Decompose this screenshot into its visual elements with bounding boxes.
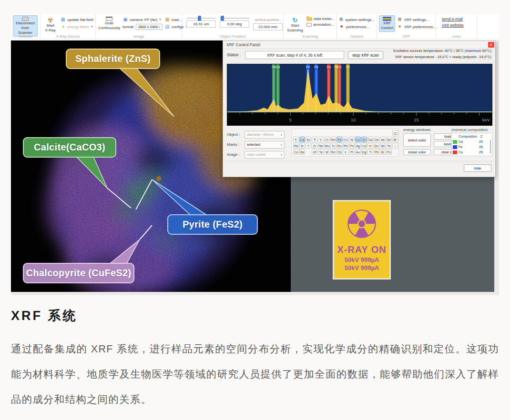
element-as[interactable]: As	[380, 137, 386, 142]
camera-select[interactable]: ▣ camera: FP (far) ▼	[122, 17, 163, 22]
element-hg[interactable]: Hg	[361, 149, 367, 155]
element-hf[interactable]: Hf	[312, 149, 317, 155]
load-icon: ▦	[164, 17, 170, 22]
element-cs[interactable]: Cs	[293, 149, 299, 155]
element-y[interactable]: Y	[306, 143, 311, 149]
start-xray-button[interactable]: ☢ Start X-Ray	[42, 15, 58, 34]
element-tc[interactable]: Tc	[330, 143, 336, 149]
status-value-box: XRF scan, step 4 of 4, 36 s left	[245, 51, 344, 59]
image-mode-select[interactable]: color coded∨	[245, 151, 285, 159]
element-cu[interactable]: Cu	[355, 137, 361, 142]
xrf-preferences-button[interactable]: ♥ XRF preferences...	[397, 24, 436, 30]
element-au[interactable]: Au	[355, 149, 361, 155]
focus-slider-thumb[interactable]	[198, 16, 201, 21]
element-cd[interactable]: Cd	[361, 143, 367, 149]
data-folder-button[interactable]: data folder...	[306, 17, 335, 21]
disconnect-from-scanner-button[interactable]: Disconnect from Scanner	[13, 15, 38, 37]
element-ni[interactable]: Ni	[349, 137, 355, 142]
rotation-slider[interactable]	[220, 18, 249, 19]
element-pt[interactable]: Pt	[349, 149, 355, 155]
element-cr[interactable]: Cr	[324, 137, 330, 142]
select-color-button[interactable]: select color	[403, 133, 431, 147]
send-email-link[interactable]: send e-mail	[442, 17, 475, 21]
sphalerite-label: Sphalerite (ZnS)	[66, 49, 160, 69]
close-icon[interactable]: ×	[488, 42, 494, 48]
element-v[interactable]: V	[318, 137, 324, 142]
excitation-temperature-text: Excitation sources temperature: 40°C / 3…	[393, 48, 491, 54]
element-zr[interactable]: Zr	[312, 143, 317, 149]
erase-color-button[interactable]: erase color	[403, 149, 431, 155]
element-sr[interactable]: Sr	[299, 143, 305, 149]
element-ag[interactable]: Ag	[355, 143, 361, 149]
element-nb[interactable]: Nb	[318, 143, 324, 149]
svg-text:Fe: Fe	[306, 65, 310, 69]
start-scanning-button[interactable]: ↻ Start Scanning	[286, 15, 305, 34]
marks-select[interactable]: selected∨	[245, 141, 285, 149]
element-cl[interactable]: Cl	[392, 130, 398, 136]
stop-xrf-scan-button[interactable]: stop XRF scan	[348, 51, 383, 59]
gear-icon: ⚙	[397, 17, 403, 22]
focus-slider[interactable]	[186, 18, 216, 19]
element-zn[interactable]: Zn	[361, 137, 367, 142]
composition-row-cu: Cu29	[453, 150, 488, 155]
focus-value-box[interactable]: 16.91 um	[186, 20, 216, 28]
energy-filters-icon: ◑	[60, 24, 66, 30]
xray-on-warning-sign: X-RAY ON 50kV 999µA 50kV 999µA	[333, 200, 391, 280]
element-ga[interactable]: Ga	[367, 137, 373, 142]
element-bi[interactable]: Bi	[380, 149, 386, 155]
element-sn[interactable]: Sn	[374, 143, 379, 149]
element-rh[interactable]: Rh	[343, 143, 348, 149]
article-section: XRF 系统 通过配备集成的 XRF 系统，进行样品元素的空间分布分析，实现化学…	[11, 307, 499, 412]
element-w[interactable]: W	[324, 149, 330, 155]
element-os[interactable]: Os	[337, 149, 342, 155]
element-br[interactable]: Br	[392, 137, 398, 142]
element-i[interactable]: I	[392, 143, 398, 149]
object-select[interactable]: diameter <50mm∨	[245, 131, 285, 139]
image-mode-value: color coded	[247, 152, 265, 157]
element-pd[interactable]: Pd	[349, 143, 355, 149]
xrf-control-button[interactable]: XRF Control	[379, 15, 395, 32]
annotation-button[interactable]: annotation...	[306, 22, 335, 27]
rotation-value-box[interactable]: 0.00 deg	[220, 20, 249, 28]
update-flat-field-label: update flat-field	[67, 18, 93, 22]
element-mo[interactable]: Mo	[324, 143, 330, 149]
element-pb[interactable]: Pb	[374, 149, 379, 155]
element-ge[interactable]: Ge	[374, 137, 379, 142]
composition-scrollbar[interactable]	[490, 140, 491, 153]
element-ta[interactable]: Ta	[318, 149, 324, 155]
element-empty	[349, 130, 355, 136]
element-mn[interactable]: Mn	[330, 137, 336, 142]
element-se[interactable]: Se	[386, 137, 392, 142]
element-ru[interactable]: Ru	[337, 143, 342, 149]
element-co[interactable]: Co	[343, 137, 348, 142]
energy-filters-button[interactable]: ◑ energy filters ▼	[60, 24, 93, 30]
rotation-slider-thumb[interactable]	[221, 16, 224, 21]
element-ba[interactable]: Ba	[299, 149, 305, 155]
element-rb[interactable]: Rb	[293, 143, 299, 149]
system-settings-button[interactable]: ⚙ system settings...	[339, 17, 375, 22]
element-in[interactable]: In	[367, 143, 373, 149]
element-tl[interactable]: Tl	[367, 149, 373, 155]
group-label-options: Options	[337, 34, 377, 39]
element-te[interactable]: Te	[386, 143, 392, 149]
grab-continuously-button[interactable]: Grab Continuously	[98, 15, 121, 32]
hide-button[interactable]: hide	[464, 164, 491, 172]
chalcopyrite-leader-line	[140, 225, 152, 240]
format-select[interactable]: format: 2800 x 2400 ∨	[122, 24, 163, 30]
element-po[interactable]: Po	[386, 149, 392, 155]
element-ti[interactable]: Ti	[312, 137, 317, 142]
update-flat-field-button[interactable]: ▦ update flat-field	[60, 17, 93, 22]
element-ir[interactable]: Ir	[343, 149, 348, 155]
element-sc[interactable]: Sc	[306, 137, 311, 142]
xrf-spectrum-chart[interactable]: CaCaFeFeCuZnCuZn51015keV	[227, 64, 492, 126]
element-empty	[374, 130, 379, 136]
vertical-position-box[interactable]: 22.000 mm	[253, 23, 283, 30]
preferences-button[interactable]: ♥ preferences...	[339, 24, 375, 30]
element-re[interactable]: Re	[330, 149, 336, 155]
visit-website-link[interactable]: visit website	[442, 23, 475, 28]
xrf-settings-button[interactable]: ⚙ XRF settings...	[397, 17, 436, 22]
element-fe[interactable]: Fe	[337, 137, 342, 142]
element-ca[interactable]: Ca	[299, 137, 305, 142]
element-k[interactable]: K	[293, 137, 299, 142]
element-sb[interactable]: Sb	[380, 143, 386, 149]
